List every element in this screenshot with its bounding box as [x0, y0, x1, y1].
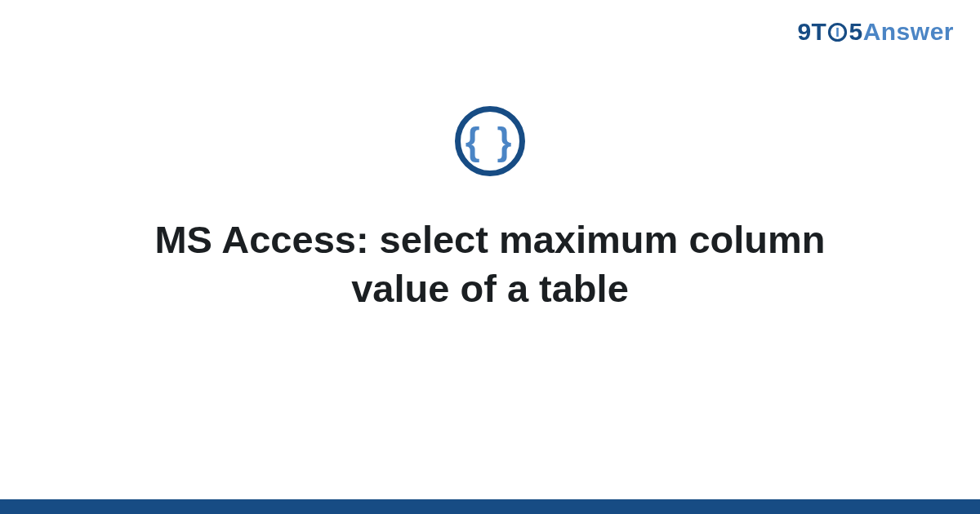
brand-five: 5: [849, 18, 862, 45]
brand-ring-icon: [827, 22, 848, 42]
brand-logo: 9T5Answer: [797, 18, 954, 46]
braces-glyph: { }: [466, 122, 515, 160]
brand-t: T: [812, 18, 827, 45]
footer-bar: [0, 499, 980, 514]
main-content: { } MS Access: select maximum column val…: [0, 106, 980, 313]
brand-nine: 9: [797, 18, 811, 45]
page-title: MS Access: select maximum column value o…: [122, 215, 858, 313]
svg-rect-1: [837, 28, 840, 37]
code-braces-icon: { }: [455, 106, 525, 176]
brand-answer: Answer: [863, 18, 954, 45]
